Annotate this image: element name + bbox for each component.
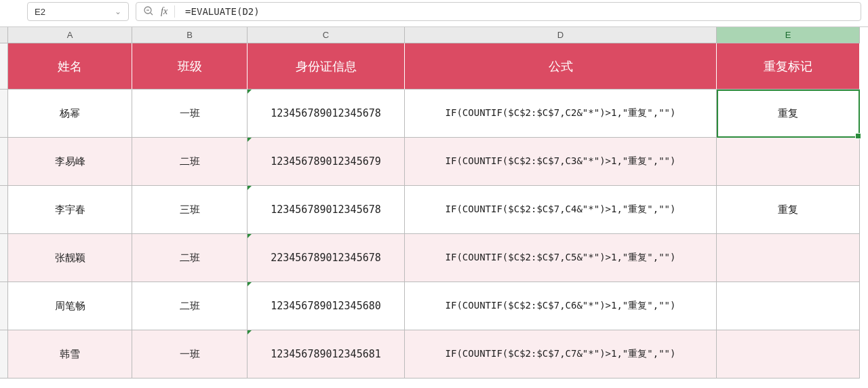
formula-bar: E2 ⌄ fx	[0, 0, 868, 27]
cell-name[interactable]: 张靓颖	[8, 234, 132, 282]
cell-id[interactable]: 123456789012345678	[248, 186, 405, 234]
fx-label[interactable]: fx	[161, 6, 167, 17]
cell-mark[interactable]: 重复	[717, 186, 860, 234]
svg-line-1	[151, 13, 153, 15]
cell-formula[interactable]: IF(COUNTIF($C$2:$C$7,C7&"*")>1,"重复","")	[405, 330, 717, 379]
cell-name[interactable]: 李宇春	[8, 186, 132, 234]
error-indicator-icon	[248, 234, 252, 238]
cell-formula[interactable]: IF(COUNTIF($C$2:$C$7,C5&"*")>1,"重复","")	[405, 234, 717, 282]
cell-id[interactable]: 123456789012345680	[248, 282, 405, 330]
col-header-a[interactable]: A	[8, 27, 132, 43]
cell-class[interactable]: 二班	[132, 234, 248, 282]
cell-name[interactable]: 周笔畅	[8, 282, 132, 330]
formula-container: fx	[136, 2, 861, 21]
cell-formula[interactable]: IF(COUNTIF($C$2:$C$7,C2&"*")>1,"重复","")	[405, 90, 717, 138]
error-indicator-icon	[248, 90, 252, 94]
row-stub[interactable]	[0, 138, 8, 186]
cell-id[interactable]: 123456789012345679	[248, 138, 405, 186]
cell-mark[interactable]	[717, 234, 860, 282]
formula-input[interactable]	[185, 6, 854, 17]
chevron-down-icon: ⌄	[115, 7, 121, 16]
name-box[interactable]: E2 ⌄	[27, 2, 129, 21]
cell-formula[interactable]: IF(COUNTIF($C$2:$C$7,C6&"*")>1,"重复","")	[405, 282, 717, 330]
row-stub[interactable]	[0, 90, 8, 138]
cell-id[interactable]: 223456789012345678	[248, 234, 405, 282]
cell-name[interactable]: 杨幂	[8, 90, 132, 138]
header-mark[interactable]: 重复标记	[717, 43, 860, 90]
row-stub[interactable]	[0, 330, 8, 379]
cell-id[interactable]: 123456789012345681	[248, 330, 405, 379]
cell-mark[interactable]: 重复	[717, 90, 860, 138]
cell-formula[interactable]: IF(COUNTIF($C$2:$C$7,C4&"*")>1,"重复","")	[405, 186, 717, 234]
header-id[interactable]: 身份证信息	[248, 43, 405, 90]
cell-class[interactable]: 三班	[132, 186, 248, 234]
spreadsheet-grid[interactable]: A B C D E 姓名 班级 身份证信息 公式 重复标记 杨幂 一班 1234…	[0, 27, 868, 379]
header-formula[interactable]: 公式	[405, 43, 717, 90]
error-indicator-icon	[248, 282, 252, 286]
cell-mark[interactable]	[717, 330, 860, 379]
header-name[interactable]: 姓名	[8, 43, 132, 90]
cell-mark[interactable]	[717, 282, 860, 330]
error-indicator-icon	[248, 186, 252, 190]
search-minus-icon[interactable]	[143, 5, 154, 18]
col-header-c[interactable]: C	[248, 27, 405, 43]
error-indicator-icon	[248, 330, 252, 334]
cell-class[interactable]: 二班	[132, 138, 248, 186]
error-indicator-icon	[248, 138, 252, 142]
cell-class[interactable]: 一班	[132, 90, 248, 138]
cell-id[interactable]: 123456789012345678	[248, 90, 405, 138]
row-stub[interactable]	[0, 43, 8, 90]
row-stub[interactable]	[0, 234, 8, 282]
cell-name[interactable]: 韩雪	[8, 330, 132, 379]
divider	[174, 5, 175, 18]
col-header-d[interactable]: D	[405, 27, 717, 43]
cell-name[interactable]: 李易峰	[8, 138, 132, 186]
cell-class[interactable]: 一班	[132, 330, 248, 379]
cell-mark[interactable]	[717, 138, 860, 186]
name-box-value: E2	[35, 7, 45, 17]
row-stub[interactable]	[0, 186, 8, 234]
col-header-b[interactable]: B	[132, 27, 248, 43]
cell-formula[interactable]: IF(COUNTIF($C$2:$C$7,C3&"*")>1,"重复","")	[405, 138, 717, 186]
col-header-e[interactable]: E	[717, 27, 860, 43]
corner-cell[interactable]	[0, 27, 8, 43]
cell-class[interactable]: 二班	[132, 282, 248, 330]
header-class[interactable]: 班级	[132, 43, 248, 90]
row-stub[interactable]	[0, 282, 8, 330]
